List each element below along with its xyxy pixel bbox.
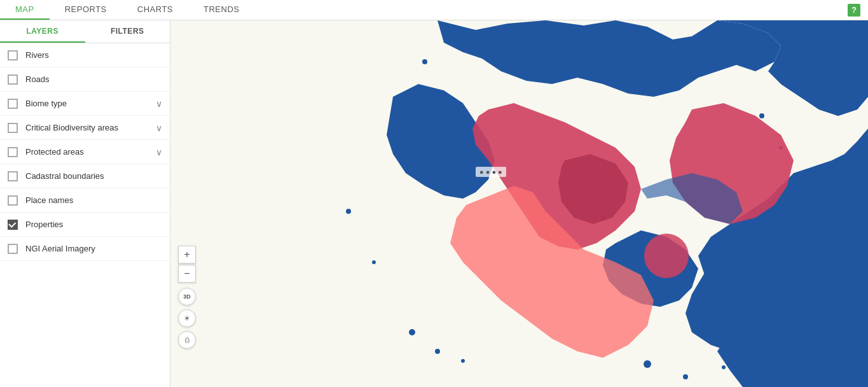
layer-item-rivers[interactable]: Rivers <box>0 43 170 67</box>
sidebar: LAYERS FILTERS RiversRoadsBiome type∨Cri… <box>0 20 170 387</box>
svg-point-17 <box>644 234 689 278</box>
tab-trends[interactable]: TRENDS <box>188 0 254 20</box>
checkbox-1[interactable] <box>8 74 18 85</box>
map-controls: + − 3D ☀ ⎙ <box>178 246 196 349</box>
svg-point-13 <box>759 113 764 118</box>
layer-item-critical-biodiversity-areas[interactable]: Critical Biodiversity areas∨ <box>0 116 170 140</box>
layer-label-1: Roads <box>25 74 162 84</box>
tab-reports[interactable]: REPORTS <box>50 0 122 20</box>
svg-point-10 <box>722 365 726 369</box>
layer-label-7: Properties <box>25 220 162 229</box>
main-content: LAYERS FILTERS RiversRoadsBiome type∨Cri… <box>0 20 868 387</box>
expand-arrow-3[interactable]: ∨ <box>156 123 162 133</box>
svg-point-2 <box>391 123 395 127</box>
svg-point-8 <box>644 360 651 368</box>
svg-point-5 <box>409 329 415 335</box>
svg-point-1 <box>422 59 427 64</box>
layer-item-ngi-aerial-imagery[interactable]: NGI Aerial Imagery <box>0 237 170 261</box>
layer-item-protected-areas[interactable]: Protected areas∨ <box>0 140 170 164</box>
svg-point-6 <box>435 349 440 354</box>
sidebar-tab-filters[interactable]: FILTERS <box>85 20 170 43</box>
checkbox-0[interactable] <box>8 50 18 60</box>
expand-arrow-2[interactable]: ∨ <box>156 99 162 109</box>
sun-button[interactable]: ☀ <box>178 309 196 327</box>
zoom-out-button[interactable]: − <box>178 265 196 283</box>
checkbox-2[interactable] <box>8 99 18 109</box>
help-button[interactable]: ? <box>840 0 868 20</box>
map-label: ● ● ● ● <box>476 167 506 177</box>
tab-charts[interactable]: CHARTS <box>122 0 188 20</box>
checkbox-6[interactable] <box>8 195 18 206</box>
checkbox-5[interactable] <box>8 171 18 181</box>
layer-label-0: Rivers <box>25 50 162 60</box>
checkbox-3[interactable] <box>8 123 18 133</box>
layer-label-6: Place names <box>25 195 162 205</box>
layer-label-4: Protected areas <box>25 147 153 157</box>
sidebar-tabs: LAYERS FILTERS <box>0 20 170 43</box>
print-button[interactable]: ⎙ <box>178 331 196 349</box>
zoom-in-button[interactable]: + <box>178 246 196 264</box>
layer-item-place-names[interactable]: Place names <box>0 188 170 213</box>
expand-arrow-4[interactable]: ∨ <box>156 147 162 157</box>
layer-item-biome-type[interactable]: Biome type∨ <box>0 92 170 116</box>
svg-point-7 <box>461 359 465 363</box>
svg-point-9 <box>683 374 688 379</box>
checkbox-7[interactable] <box>8 220 18 230</box>
layer-list: RiversRoadsBiome type∨Critical Biodivers… <box>0 43 170 261</box>
checkbox-4[interactable] <box>8 147 18 157</box>
svg-point-4 <box>372 260 376 264</box>
layer-item-properties[interactable]: Properties <box>0 213 170 237</box>
svg-point-15 <box>810 215 815 220</box>
checkbox-8[interactable] <box>8 244 18 254</box>
layer-label-8: NGI Aerial Imagery <box>25 244 162 253</box>
layer-label-3: Critical Biodiversity areas <box>25 123 153 132</box>
map-svg <box>170 20 868 387</box>
top-navigation: MAP REPORTS CHARTS TRENDS ? <box>0 0 868 20</box>
tab-map[interactable]: MAP <box>0 0 50 20</box>
rotate-3d-button[interactable]: 3D <box>178 288 196 306</box>
layer-label-2: Biome type <box>25 99 153 108</box>
layer-label-5: Cadastral boundaries <box>25 171 162 181</box>
svg-point-3 <box>346 209 351 214</box>
svg-point-12 <box>537 53 541 57</box>
layer-item-cadastral-boundaries[interactable]: Cadastral boundaries <box>0 164 170 188</box>
map-area[interactable]: ● ● ● ● + − 3D ☀ ⎙ <box>170 20 868 387</box>
sidebar-tab-layers[interactable]: LAYERS <box>0 20 85 43</box>
help-icon[interactable]: ? <box>848 4 860 17</box>
svg-point-11 <box>562 43 567 48</box>
layer-item-roads[interactable]: Roads <box>0 67 170 92</box>
